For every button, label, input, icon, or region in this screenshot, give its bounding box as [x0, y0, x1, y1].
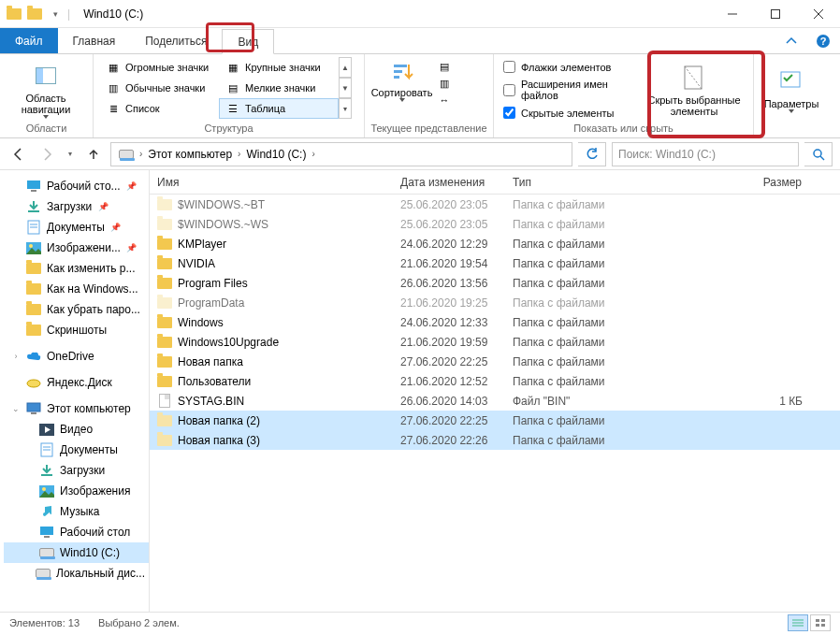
view-small-icons[interactable]: ▤Мелкие значки	[219, 78, 339, 98]
file-row[interactable]: Новая папка (3)27.06.2020 22:26Папка с ф…	[150, 430, 840, 450]
desktop-icon	[39, 525, 54, 540]
tree-thispc[interactable]: ⌄Этот компьютер	[4, 398, 149, 419]
title-bar: ▾ | Wind10 (C:)	[0, 0, 840, 28]
file-row[interactable]: Новая папка27.06.2020 22:25Папка с файла…	[150, 352, 840, 371]
add-columns-button[interactable]: ▥	[437, 76, 487, 91]
file-columns-header[interactable]: Имя Дата изменения Тип Размер	[150, 170, 840, 195]
help-button[interactable]: ?	[806, 28, 840, 53]
view-large-icons[interactable]: ▦Крупные значки	[219, 57, 339, 78]
pics-icon	[39, 483, 54, 498]
up-button[interactable]	[82, 143, 105, 166]
view-table[interactable]: ☰Таблица	[219, 98, 339, 119]
file-type: Папка с файлами	[505, 296, 617, 310]
back-button[interactable]	[7, 143, 30, 166]
tree-onedrive[interactable]: ›OneDrive	[4, 346, 149, 367]
view-scroll-up[interactable]: ▲	[339, 57, 352, 78]
breadcrumb-drive[interactable]: Wind10 (C:)	[242, 147, 310, 162]
file-name: ProgramData	[178, 296, 244, 310]
view-scroll-down[interactable]: ▼	[339, 78, 352, 98]
breadcrumb-thispc[interactable]: Этот компьютер	[144, 147, 236, 162]
quickaccess-folder-icon[interactable]	[26, 6, 43, 22]
list-view-icon: ≣	[106, 101, 121, 116]
yandex-disk-icon	[26, 375, 41, 390]
tree-item[interactable]: Как на Windows...	[4, 279, 149, 299]
tree-item[interactable]: Загрузки	[4, 460, 149, 481]
file-row[interactable]: Пользователи21.06.2020 12:52Папка с файл…	[150, 371, 840, 391]
music-icon	[39, 504, 54, 519]
docs-icon	[39, 442, 54, 457]
column-name[interactable]: Имя	[150, 176, 393, 189]
tree-yadisk[interactable]: Яндекс.Диск	[4, 372, 149, 393]
ribbon-group-currentview-label: Текущее представление	[370, 123, 487, 136]
svg-rect-38	[816, 619, 819, 622]
fit-columns-button[interactable]: ↔	[437, 93, 487, 108]
address-bar[interactable]: › Этот компьютер › Wind10 (C:) ›	[110, 142, 572, 166]
tree-item[interactable]: Изображени...📌	[4, 238, 149, 258]
group-button[interactable]: ▤	[437, 59, 487, 74]
nav-tree[interactable]: Рабочий сто...📌Загрузки📌Документы📌Изобра…	[0, 170, 150, 612]
tree-item[interactable]: Документы📌	[4, 217, 149, 238]
minimize-button[interactable]	[711, 0, 754, 28]
tree-item[interactable]: Как убрать паро...	[4, 299, 149, 320]
tree-item[interactable]: Wind10 (C:)	[4, 542, 149, 563]
refresh-button[interactable]	[578, 142, 606, 166]
view-icons-toggle[interactable]	[810, 614, 831, 631]
options-button[interactable]: Параметры	[760, 57, 823, 123]
icons-view-icon: ▦	[106, 60, 121, 75]
file-row[interactable]: Windows10Upgrade21.06.2020 19:59Папка с …	[150, 332, 840, 352]
file-type: Папка с файлами	[505, 257, 617, 270]
ribbon-group-regions-label: Области	[6, 123, 87, 136]
tree-item[interactable]: Как изменить р...	[4, 258, 149, 279]
file-name: Program Files	[178, 277, 248, 290]
file-type: Папка с файлами	[505, 434, 617, 447]
tree-item[interactable]: Скриншоты	[4, 320, 149, 340]
file-row[interactable]: KMPlayer24.06.2020 12:29Папка с файлами	[150, 234, 840, 253]
view-scroll-more[interactable]: ▾	[339, 98, 352, 119]
tree-item[interactable]: Рабочий стол	[4, 522, 149, 542]
tab-home[interactable]: Главная	[58, 28, 131, 53]
view-details-toggle[interactable]	[788, 614, 808, 631]
history-dropdown[interactable]: ▾	[64, 143, 77, 166]
tab-file[interactable]: Файл	[0, 28, 58, 53]
column-type[interactable]: Тип	[505, 176, 617, 189]
file-row[interactable]: ProgramData21.06.2020 19:25Папка с файла…	[150, 293, 840, 312]
tree-item[interactable]: Изображения	[4, 481, 149, 501]
file-size: 1 КБ	[617, 395, 840, 408]
column-date[interactable]: Дата изменения	[393, 176, 505, 189]
maximize-button[interactable]	[754, 0, 797, 28]
tree-item[interactable]: Видео	[4, 419, 149, 440]
checkbox-item-flags[interactable]: Флажки элементов	[503, 61, 638, 73]
view-huge-icons[interactable]: ▦Огромные значки	[99, 57, 219, 78]
file-row[interactable]: $WINDOWS.~BT25.06.2020 23:05Папка с файл…	[150, 195, 840, 214]
nav-panel-button[interactable]: Область навигации	[6, 57, 86, 123]
forward-button[interactable]	[36, 143, 58, 166]
sort-button[interactable]: Сортировать	[370, 57, 433, 123]
tree-item[interactable]: Загрузки📌	[4, 196, 149, 217]
view-normal-icons[interactable]: ▥Обычные значки	[99, 78, 219, 98]
tree-item[interactable]: Рабочий сто...📌	[4, 176, 149, 196]
file-name: Новая папка (2)	[178, 414, 260, 427]
tree-item[interactable]: Музыка	[4, 501, 149, 522]
folder-icon	[157, 335, 172, 350]
view-list[interactable]: ≣Список	[99, 98, 219, 119]
file-row[interactable]: Новая папка (2)27.06.2020 22:25Папка с ф…	[150, 411, 840, 430]
file-row[interactable]: NVIDIA21.06.2020 19:54Папка с файлами	[150, 253, 840, 273]
file-type: Файл "BIN"	[505, 395, 617, 408]
table-view-icon: ☰	[225, 101, 240, 116]
checkbox-hidden-items[interactable]: Скрытые элементы	[503, 107, 638, 119]
column-size[interactable]: Размер	[617, 176, 840, 189]
search-input[interactable]: Поиск: Wind10 (C:)	[612, 142, 799, 166]
close-button[interactable]	[797, 0, 840, 28]
file-row[interactable]: Program Files26.06.2020 13:56Папка с фай…	[150, 273, 840, 293]
folder-icon	[26, 261, 41, 276]
tree-item[interactable]: Документы	[4, 440, 149, 460]
icons-view-icon: ▦	[225, 60, 240, 75]
collapse-ribbon-button[interactable]	[776, 28, 806, 53]
search-button[interactable]	[804, 142, 833, 166]
quickaccess-dropdown-icon[interactable]: ▾	[47, 6, 64, 22]
file-row[interactable]: SYSTAG.BIN26.06.2020 14:03Файл "BIN"1 КБ	[150, 391, 840, 411]
tree-item[interactable]: Локальный дис...	[4, 563, 149, 584]
file-row[interactable]: $WINDOWS.~WS25.06.2020 23:05Папка с файл…	[150, 214, 840, 234]
checkbox-file-extensions[interactable]: Расширения имен файлов	[503, 79, 638, 101]
file-row[interactable]: Windows24.06.2020 12:33Папка с файлами	[150, 312, 840, 332]
